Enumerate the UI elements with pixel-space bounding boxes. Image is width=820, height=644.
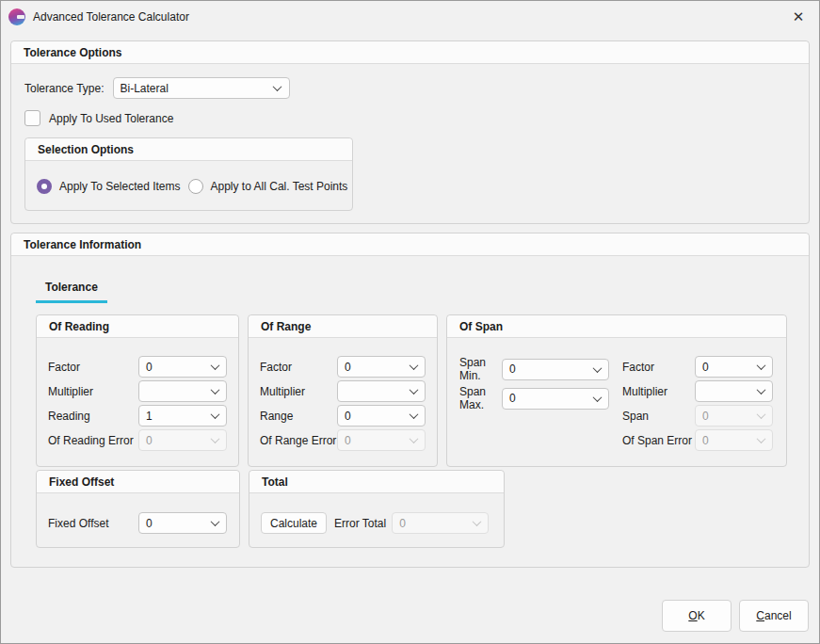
span-max-dropdown[interactable]: 0 bbox=[502, 388, 609, 410]
of-span-group: Of Span Span Min. 0 Span Max bbox=[446, 314, 787, 467]
calculate-button[interactable]: Calculate bbox=[261, 512, 327, 534]
tolerance-information-title: Tolerance Information bbox=[11, 233, 809, 256]
tolerance-type-label: Tolerance Type: bbox=[24, 82, 105, 95]
chevron-down-icon bbox=[472, 519, 481, 528]
reading-dropdown[interactable]: 1 bbox=[138, 405, 227, 427]
of-span-error-label: Of Span Error bbox=[622, 434, 695, 447]
tolerance-type-dropdown[interactable]: Bi-Lateral bbox=[113, 77, 290, 99]
range-factor-label: Factor bbox=[260, 361, 337, 374]
tolerance-options-group: Tolerance Options Tolerance Type: Bi-Lat… bbox=[10, 40, 810, 224]
close-button[interactable]: ✕ bbox=[778, 1, 819, 32]
reading-value: 1 bbox=[146, 410, 210, 423]
cancel-button[interactable]: Cancel bbox=[739, 600, 809, 632]
of-reading-error-dropdown: 0 bbox=[138, 429, 227, 451]
of-span-error-value: 0 bbox=[702, 434, 756, 447]
span-factor-label: Factor bbox=[622, 361, 695, 374]
span-min-value: 0 bbox=[509, 362, 592, 376]
chevron-down-icon bbox=[210, 436, 219, 445]
chevron-down-icon bbox=[409, 411, 418, 421]
chevron-down-icon bbox=[409, 362, 418, 372]
window-title: Advanced Tolerance Calculator bbox=[33, 10, 189, 24]
title-bar: Advanced Tolerance Calculator ✕ bbox=[1, 1, 819, 32]
chevron-down-icon bbox=[210, 411, 219, 421]
chevron-down-icon bbox=[273, 84, 282, 93]
reading-factor-value: 0 bbox=[146, 361, 210, 374]
span-multiplier-dropdown[interactable] bbox=[695, 380, 773, 402]
ok-button[interactable]: OK bbox=[662, 600, 732, 632]
total-title: Total bbox=[249, 471, 504, 493]
app-logo-icon bbox=[8, 8, 25, 25]
span-value: 0 bbox=[702, 410, 756, 423]
span-multiplier-label: Multiplier bbox=[622, 385, 695, 398]
range-value: 0 bbox=[345, 410, 409, 423]
chevron-down-icon bbox=[756, 362, 765, 372]
tab-tolerance[interactable]: Tolerance bbox=[36, 281, 107, 303]
of-range-error-dropdown: 0 bbox=[337, 429, 426, 451]
chevron-down-icon bbox=[409, 436, 418, 445]
range-factor-value: 0 bbox=[345, 361, 409, 374]
chevron-down-icon bbox=[756, 436, 765, 445]
apply-to-all-cal-test-points-label: Apply to All Cal. Test Points bbox=[211, 180, 348, 193]
chevron-down-icon bbox=[210, 362, 219, 372]
of-reading-title: Of Reading bbox=[37, 315, 238, 338]
span-min-dropdown[interactable]: 0 bbox=[502, 359, 609, 380]
fixed-offset-group: Fixed Offset Fixed Offset 0 bbox=[36, 470, 240, 548]
range-label: Range bbox=[260, 410, 337, 423]
of-reading-error-label: Of Reading Error bbox=[48, 434, 138, 447]
chevron-down-icon bbox=[409, 387, 418, 396]
error-total-value: 0 bbox=[399, 517, 472, 530]
chevron-down-icon bbox=[210, 387, 219, 396]
of-reading-error-value: 0 bbox=[146, 434, 210, 447]
selection-options-group: Selection Options Apply To Selected Item… bbox=[24, 137, 353, 211]
range-multiplier-dropdown[interactable] bbox=[337, 380, 426, 402]
chevron-down-icon bbox=[756, 387, 765, 396]
chevron-down-icon bbox=[756, 411, 765, 421]
span-label: Span bbox=[622, 410, 695, 423]
apply-to-used-tolerance-checkbox[interactable] bbox=[24, 110, 40, 126]
apply-to-selected-items-label: Apply To Selected Items bbox=[59, 180, 181, 193]
reading-factor-label: Factor bbox=[48, 361, 138, 374]
range-multiplier-label: Multiplier bbox=[260, 385, 337, 398]
of-range-title: Of Range bbox=[249, 315, 437, 338]
span-max-label: Span Max. bbox=[459, 385, 502, 411]
of-range-error-label: Of Range Error bbox=[260, 434, 337, 447]
reading-label: Reading bbox=[48, 410, 138, 423]
span-factor-dropdown[interactable]: 0 bbox=[695, 356, 773, 378]
cancel-button-label: Cancel bbox=[756, 609, 791, 622]
apply-to-all-cal-test-points-radio[interactable] bbox=[188, 179, 203, 194]
fixed-offset-label: Fixed Offset bbox=[48, 517, 138, 530]
of-reading-group: Of Reading Factor 0 Multiplier bbox=[36, 314, 239, 467]
span-min-label: Span Min. bbox=[459, 356, 502, 382]
tolerance-options-title: Tolerance Options bbox=[11, 41, 809, 64]
reading-multiplier-dropdown[interactable] bbox=[138, 380, 227, 402]
fixed-offset-title: Fixed Offset bbox=[37, 471, 239, 493]
span-factor-value: 0 bbox=[702, 361, 756, 374]
of-range-group: Of Range Factor 0 Multiplier bbox=[248, 314, 438, 467]
tolerance-type-value: Bi-Lateral bbox=[121, 82, 273, 95]
chevron-down-icon bbox=[210, 519, 219, 528]
of-range-error-value: 0 bbox=[345, 434, 409, 447]
reading-factor-dropdown[interactable]: 0 bbox=[138, 356, 227, 378]
reading-multiplier-label: Multiplier bbox=[48, 385, 138, 398]
chevron-down-icon bbox=[592, 364, 602, 374]
range-dropdown[interactable]: 0 bbox=[337, 405, 426, 427]
error-total-label: Error Total bbox=[334, 517, 386, 530]
ok-button-label: OK bbox=[688, 609, 704, 622]
dialog-footer: OK Cancel bbox=[662, 600, 809, 632]
advanced-tolerance-calculator-dialog: Advanced Tolerance Calculator ✕ Toleranc… bbox=[0, 0, 820, 644]
span-dropdown: 0 bbox=[695, 405, 773, 427]
fixed-offset-dropdown[interactable]: 0 bbox=[138, 512, 227, 534]
chevron-down-icon bbox=[592, 394, 602, 403]
apply-to-used-tolerance-label: Apply To Used Tolerance bbox=[49, 112, 173, 125]
close-icon: ✕ bbox=[793, 8, 805, 25]
fixed-offset-value: 0 bbox=[146, 517, 210, 530]
error-total-dropdown: 0 bbox=[392, 512, 489, 534]
selection-options-title: Selection Options bbox=[25, 138, 352, 161]
calculate-button-label: Calculate bbox=[270, 517, 317, 530]
range-factor-dropdown[interactable]: 0 bbox=[337, 356, 426, 378]
tolerance-information-group: Tolerance Information Tolerance Of Readi… bbox=[10, 233, 810, 568]
of-span-error-dropdown: 0 bbox=[695, 429, 773, 451]
apply-to-selected-items-radio[interactable] bbox=[37, 179, 52, 194]
total-group: Total Calculate Error Total 0 bbox=[249, 470, 505, 548]
of-span-title: Of Span bbox=[447, 315, 786, 338]
